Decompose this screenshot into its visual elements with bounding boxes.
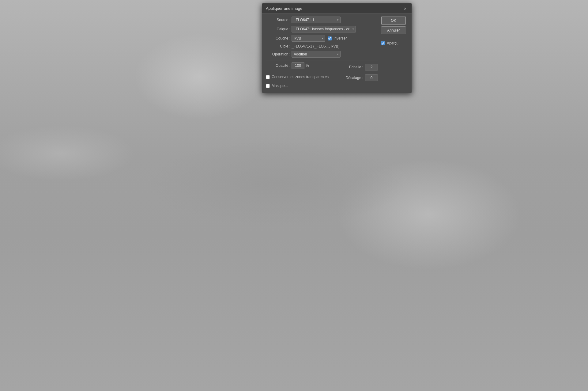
conserver-row: Conserver les zones transparentes xyxy=(266,75,329,79)
cible-row: Cible : _FLO6471-1 (_FLO6..., RVB) xyxy=(266,44,378,48)
source-label: Source : xyxy=(266,18,290,22)
decalage-input[interactable] xyxy=(365,74,378,81)
opacite-echelle-row: Opacité : % Echelle : xyxy=(266,62,378,72)
ok-button[interactable]: OK xyxy=(381,17,406,25)
source-row: Source : _FLO6471-1 xyxy=(266,17,378,23)
calque-select-wrapper: _FLO6471 basses fréquences - couleur xyxy=(292,26,356,32)
percent-label: % xyxy=(306,63,309,68)
source-select[interactable]: _FLO6471-1 xyxy=(292,17,341,23)
couche-inline: RVB Inverser xyxy=(292,35,347,42)
operation-row: Opération : Addition Multiplier Écran Su… xyxy=(266,51,378,58)
couche-select-wrapper: RVB xyxy=(292,35,325,42)
dialog-title: Appliquer une image xyxy=(266,6,302,11)
cible-label: Cible : xyxy=(266,44,290,48)
opacite-input[interactable] xyxy=(292,62,304,69)
couche-row: Couche : RVB Inverser xyxy=(266,35,378,42)
masque-checkbox[interactable] xyxy=(266,84,270,88)
conserver-decalage-row: Conserver les zones transparentes Décala… xyxy=(266,74,378,81)
dialog-titlebar: Appliquer une image × xyxy=(262,3,412,13)
opacite-label: Opacité : xyxy=(266,63,290,68)
couche-select[interactable]: RVB xyxy=(292,35,325,42)
inverser-label: Inverser xyxy=(334,36,347,40)
calque-label: Calque : xyxy=(266,27,290,31)
conserver-checkbox[interactable] xyxy=(266,75,270,79)
annuler-button[interactable]: Annuler xyxy=(381,26,406,34)
apercu-label: Aperçu xyxy=(387,41,398,45)
close-button[interactable]: × xyxy=(402,6,408,11)
echelle-label: Echelle : xyxy=(349,65,363,69)
operation-label: Opération : xyxy=(266,52,290,56)
conserver-label: Conserver les zones transparentes xyxy=(272,75,329,79)
dialog-content: Source : _FLO6471-1 Calque : _FLO6471 ba… xyxy=(262,13,412,93)
masque-label: Masque... xyxy=(272,84,288,88)
operation-select-wrapper: Addition Multiplier Écran Superposition xyxy=(292,51,341,58)
apercu-checkbox-row: Aperçu xyxy=(381,41,408,45)
form-area: Source : _FLO6471-1 Calque : _FLO6471 ba… xyxy=(266,17,378,90)
masque-row: Masque... xyxy=(266,84,378,88)
decalage-label: Décalage : xyxy=(346,76,363,80)
calque-row: Calque : _FLO6471 basses fréquences - co… xyxy=(266,26,378,32)
cible-value: _FLO6471-1 (_FLO6..., RVB) xyxy=(292,44,340,48)
decalage-row: Décalage : xyxy=(346,74,378,81)
inverser-checkbox[interactable] xyxy=(328,36,332,40)
echelle-row: Echelle : xyxy=(349,64,378,70)
apply-image-dialog: Appliquer une image × Source : _FLO6471-… xyxy=(262,3,412,93)
couche-label: Couche : xyxy=(266,36,290,40)
calque-select[interactable]: _FLO6471 basses fréquences - couleur xyxy=(292,26,356,32)
echelle-input[interactable] xyxy=(365,64,378,70)
source-select-wrapper: _FLO6471-1 xyxy=(292,17,341,23)
inverser-checkbox-row: Inverser xyxy=(328,36,347,40)
operation-select[interactable]: Addition Multiplier Écran Superposition xyxy=(292,51,341,58)
opacite-row: Opacité : % xyxy=(266,62,309,69)
apercu-checkbox[interactable] xyxy=(381,41,385,45)
divider xyxy=(266,60,378,60)
action-area: OK Annuler Aperçu xyxy=(381,17,408,90)
